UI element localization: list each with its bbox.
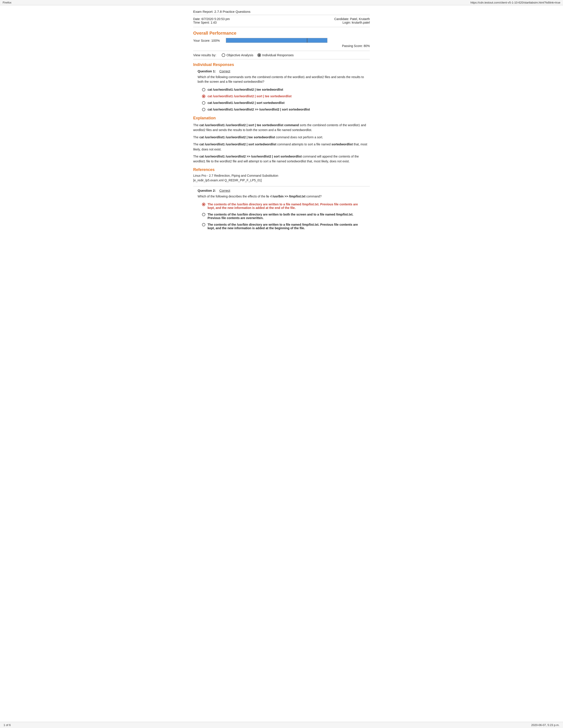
q1-option-1-text: cat /usr/wordlist1 /usr/wordlist2 | tee … [207,88,283,91]
exam-time-spent: Time Spent: 1:43 [193,21,230,24]
q2-radio-3 [202,223,205,226]
passing-score-value: 80% [364,44,370,48]
radio-circle-individual [257,53,261,57]
references-line-1: Linux Pro - 2.7 Redirection, Piping and … [193,173,370,178]
question-2-header: Question 2: Correct [193,189,370,192]
radio-individual-responses[interactable]: Individual Responses [257,53,294,57]
browser-app-name: Firefox [3,1,11,4]
divider-after-score [193,51,370,51]
explanation-bold-3: cat /usr/wordlist1 /usr/wordlist2 | sort… [199,143,276,146]
question-2-text: Which of the following describes the eff… [193,194,370,199]
meta-left: Date: 6/7/2020 5:20:53 pm Time Spent: 1:… [193,17,230,24]
exam-date: Date: 6/7/2020 5:20:53 pm [193,17,230,21]
q2-command: ls -l /usr/bin >> /tmp/list.txt [266,195,305,198]
q1-option-2-text: cat /usr/wordlist1 /usr/wordlist2 | sort… [207,94,292,98]
exam-candidate: Candidate: Patel, Krutarth [334,17,370,21]
radio-objective-analysis[interactable]: Objective Analysis [222,53,253,57]
q2-option-1[interactable]: The contents of the /usr/bin directory a… [193,201,370,211]
question-1-header: Question 1: Correct [193,69,370,73]
q1-option-3[interactable]: cat /usr/wordlist1 /usr/wordlist2 | sort… [193,100,370,106]
q2-option-3[interactable]: The contents of the /usr/bin directory a… [193,222,370,231]
your-score-value: 100% [211,39,220,42]
explanation-bold-4: cat /usr/wordlist1 /usr/wordlist2 >> /us… [199,155,302,158]
explanation-para-4: The cat /usr/wordlist1 /usr/wordlist2 >>… [193,154,370,164]
q1-option-3-text: cat /usr/wordlist1 /usr/wordlist2 | sort… [207,101,285,105]
q2-radio-1 [202,203,205,206]
q1-radio-3 [202,101,205,105]
score-bar-container [226,38,328,43]
q2-option-1-text: The contents of the /usr/bin directory a… [207,203,366,210]
references-section: References Linux Pro - 2.7 Redirection, … [193,167,370,183]
radio-circle-objective [222,53,225,57]
q1-radio-4 [202,108,205,111]
explanation-bold-3b: sortedwordlist [332,143,353,146]
q2-radio-2 [202,213,205,216]
q2-option-2-text: The contents of the /usr/bin directory a… [207,213,366,220]
question-1-text: Which of the following commands sorts th… [193,75,370,84]
explanation-heading: Explanation [193,116,370,120]
your-score-label-text: Your Score: [193,39,210,42]
q1-radio-2 [202,95,205,98]
overall-performance-heading: Overall Performance [193,31,370,36]
exam-title: Exam Report: 2.7.8 Practice Questions [193,10,370,15]
meta-right: Candidate: Patel, Krutarth Login: krutar… [334,17,370,24]
explanation-bold-2: cat /usr/wordlist1 /usr/wordlist2 | tee … [199,135,275,139]
question-1-status: Correct [219,69,230,73]
view-results-row: View results by: Objective Analysis Indi… [193,53,370,57]
radio-individual-label: Individual Responses [262,53,294,57]
question-2-label: Question 2: [197,189,216,192]
references-heading: References [193,167,370,172]
q1-option-4[interactable]: cat /usr/wordlist1 /usr/wordlist2 >> /us… [193,107,370,112]
q1-option-2[interactable]: cat /usr/wordlist1 /usr/wordlist2 | sort… [193,93,370,99]
q2-option-2[interactable]: The contents of the /usr/bin directory a… [193,212,370,221]
your-score-label: Your Score: 100% [193,39,224,42]
meta-row: Date: 6/7/2020 5:20:53 pm Time Spent: 1:… [193,17,370,24]
explanation-para-1: The cat /usr/wordlist1 /usr/wordlist2 | … [193,123,370,133]
explanation-para-3: The cat /usr/wordlist1 /usr/wordlist2 | … [193,142,370,152]
question-1-label: Question 1: [197,69,216,73]
page-content: Exam Report: 2.7.8 Practice Questions Da… [186,5,377,245]
q2-option-3-text: The contents of the /usr/bin directory a… [207,223,366,230]
browser-bar: Firefox https://cdn.testout.com/client-v… [0,0,563,5]
question-2-status: Correct [219,189,230,192]
browser-url: https://cdn.testout.com/client-v5-1-10-6… [471,1,560,4]
score-bar-marker [307,38,307,43]
divider-after-view-results [193,59,370,59]
score-row: Your Score: 100% [193,38,370,43]
q1-option-1[interactable]: cat /usr/wordlist1 /usr/wordlist2 | tee … [193,87,370,92]
explanation-para-2: The cat /usr/wordlist1 /usr/wordlist2 | … [193,135,370,140]
score-bar-fill [226,38,327,43]
q1-option-4-text: cat /usr/wordlist1 /usr/wordlist2 >> /us… [207,108,310,111]
explanation-bold-1: cat /usr/wordlist1 /usr/wordlist2 | sort… [199,123,299,127]
individual-responses-heading: Individual Responses [193,62,370,67]
references-line-2: [e_redir_lp5.exam.xml Q_REDIR_PIP_F_LP5_… [193,178,370,183]
explanation-section: Explanation The cat /usr/wordlist1 /usr/… [193,116,370,164]
exam-login: Login: krutarth.patel [334,21,370,24]
passing-score-label: Passing Score: [342,44,363,48]
passing-score-row: Passing Score: 80% [193,44,370,48]
radio-objective-label: Objective Analysis [226,53,253,57]
q1-radio-1 [202,88,205,91]
view-results-label: View results by: [193,53,216,57]
